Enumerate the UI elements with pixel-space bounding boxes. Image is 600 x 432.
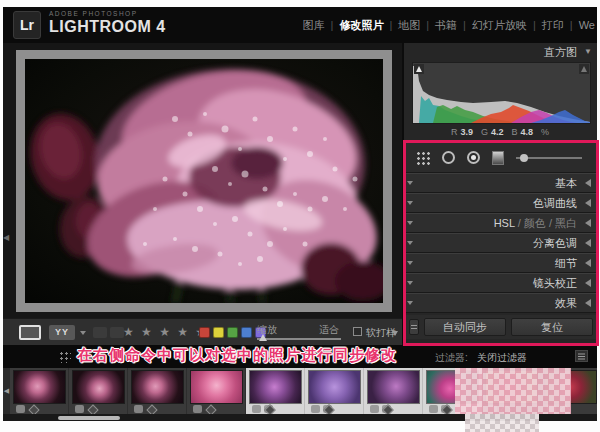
loupe-view-icon[interactable] (19, 325, 41, 340)
module-menu-item[interactable]: |书籍 (420, 18, 457, 33)
expand-triangle-icon[interactable] (407, 281, 413, 285)
filter-value-dropdown[interactable]: 关闭过滤器 (477, 351, 527, 365)
menu-item-label: 幻灯片放映 (472, 18, 527, 33)
panel-section-header[interactable]: 分离色调 (405, 233, 597, 253)
auto-sync-button[interactable]: 自动同步 (424, 318, 506, 336)
spot-removal-icon[interactable] (442, 151, 455, 164)
module-menu-item[interactable]: |图库 (303, 18, 325, 33)
filmstrip-thumbnail[interactable] (246, 368, 305, 414)
graduated-filter-icon[interactable] (492, 151, 504, 165)
adjustment-slider[interactable] (516, 152, 582, 164)
sync-badge-icon (370, 405, 379, 413)
expand-triangle-icon[interactable] (407, 241, 413, 245)
module-menu-item[interactable]: |修改照片 (325, 18, 384, 33)
collapse-arrow-icon[interactable] (585, 279, 591, 287)
slider-thumb-icon[interactable] (520, 154, 528, 162)
panel-section-header[interactable]: 细节 (405, 253, 597, 273)
expand-triangle-icon[interactable] (407, 221, 413, 225)
module-menu-item[interactable]: |幻灯片放映 (457, 18, 527, 33)
thumbnail-badges (311, 405, 332, 413)
rgb-stat-value: 4.2 (491, 127, 504, 137)
annotation-strip: 在右侧命令中可以对选中的照片进行同步修改 过滤器: 关闭过滤器 (3, 345, 597, 368)
red-eye-icon[interactable] (467, 151, 480, 164)
star-rating-control[interactable]: ★ ★ ★ ★ ★ (123, 325, 208, 339)
photo-frame (16, 50, 392, 312)
module-menu-item[interactable]: |地图 (383, 18, 420, 33)
rgb-stat-value: 3.9 (460, 127, 473, 137)
thumbnail-image[interactable] (368, 371, 419, 403)
disabled-tool-icon (93, 327, 107, 338)
collapse-arrow-icon[interactable] (585, 179, 591, 187)
before-after-view-icon[interactable]: YY (49, 325, 75, 340)
filmstrip-thumbnail[interactable] (305, 368, 364, 414)
histogram-title: 直方图 (544, 45, 577, 60)
sync-badge-icon (311, 405, 320, 413)
collapse-arrow-icon[interactable] (585, 259, 591, 267)
crop-badge-icon (323, 405, 332, 413)
color-label-chip[interactable] (241, 327, 252, 338)
section-label: 基本 (555, 177, 577, 189)
shadow-clipping-icon[interactable] (414, 64, 424, 74)
reset-button[interactable]: 复位 (511, 318, 593, 336)
thumbnail-image[interactable] (250, 371, 301, 403)
highlight-clipping-icon[interactable] (579, 64, 589, 74)
panel-section-header[interactable]: 镜头校正 (405, 273, 597, 293)
panel-section-header[interactable]: HSL / 颜色 / 黑白 (405, 213, 597, 233)
rgb-stat-label: R (451, 127, 458, 137)
sync-toggle-switch[interactable] (409, 319, 419, 335)
section-label-suffix: / 颜色 / 黑白 (515, 217, 577, 229)
thumbnail-image[interactable] (309, 371, 360, 403)
filmstrip-scroll-left-icon[interactable]: ◀ (3, 368, 10, 414)
color-label-chip[interactable] (213, 327, 224, 338)
thumbnail-badges (370, 405, 391, 413)
color-label-chip[interactable] (199, 327, 210, 338)
panel-section-header[interactable]: 基本 (405, 173, 597, 193)
chevron-down-icon[interactable]: ▼ (584, 47, 592, 56)
collapse-arrow-icon[interactable] (585, 239, 591, 247)
module-menu-item[interactable]: |打印 (527, 18, 564, 33)
collapse-arrow-icon[interactable] (585, 219, 591, 227)
thumbnail-badges (134, 405, 155, 413)
thumbnail-image[interactable] (132, 371, 183, 403)
filmstrip-thumbnail[interactable] (128, 368, 187, 414)
fit-label[interactable]: 适合 (319, 323, 339, 337)
expand-triangle-icon[interactable] (407, 181, 413, 185)
left-panel-collapse-icon[interactable]: ◀ (3, 233, 9, 242)
expand-triangle-icon[interactable] (407, 301, 413, 305)
module-menu-item[interactable]: |We (564, 19, 595, 31)
rgb-stat: G4.2 (481, 127, 504, 137)
histogram-chart[interactable] (412, 62, 591, 124)
crop-overlay-icon[interactable] (415, 150, 430, 165)
panel-section-header[interactable]: 色调曲线 (405, 193, 597, 213)
menu-separator: | (564, 19, 579, 31)
filmstrip-thumbnail[interactable] (69, 368, 128, 414)
menu-item-label: 图库 (303, 18, 325, 33)
color-label-chip[interactable] (227, 327, 238, 338)
filmstrip-scrollbar[interactable] (58, 416, 120, 420)
rgb-stat: R3.9 (451, 127, 473, 137)
thumbnail-image[interactable] (14, 371, 65, 403)
crop-badge-icon (441, 405, 450, 413)
soft-proof-checkbox[interactable] (353, 327, 362, 336)
soft-proof-caret-icon[interactable] (392, 331, 398, 336)
expand-triangle-icon[interactable] (407, 201, 413, 205)
zoom-slider-thumb-icon[interactable] (259, 334, 267, 341)
develop-right-panel: 直方图 ▼ R3.9G4.2B4.8% (402, 43, 597, 343)
expand-triangle-icon[interactable] (407, 261, 413, 265)
panel-section-header[interactable]: 效果 (405, 293, 597, 313)
collapse-arrow-icon[interactable] (585, 199, 591, 207)
thumbnail-image[interactable] (73, 371, 124, 403)
main-photo-rose[interactable] (25, 59, 383, 303)
thumbnail-image[interactable] (191, 371, 242, 403)
histogram-header[interactable]: 直方图 ▼ (404, 45, 599, 60)
filmstrip-thumbnail[interactable] (187, 368, 246, 414)
sync-badge-icon (193, 405, 202, 413)
filter-menu-icon[interactable] (575, 350, 588, 362)
filmstrip-thumbnail[interactable] (10, 368, 69, 414)
zoom-slider[interactable] (257, 338, 341, 340)
section-label: 细节 (555, 257, 577, 269)
view-options-caret-icon[interactable] (80, 331, 86, 335)
rgb-stat-label: % (541, 127, 549, 137)
filmstrip-thumbnail[interactable] (364, 368, 423, 414)
collapse-arrow-icon[interactable] (585, 299, 591, 307)
